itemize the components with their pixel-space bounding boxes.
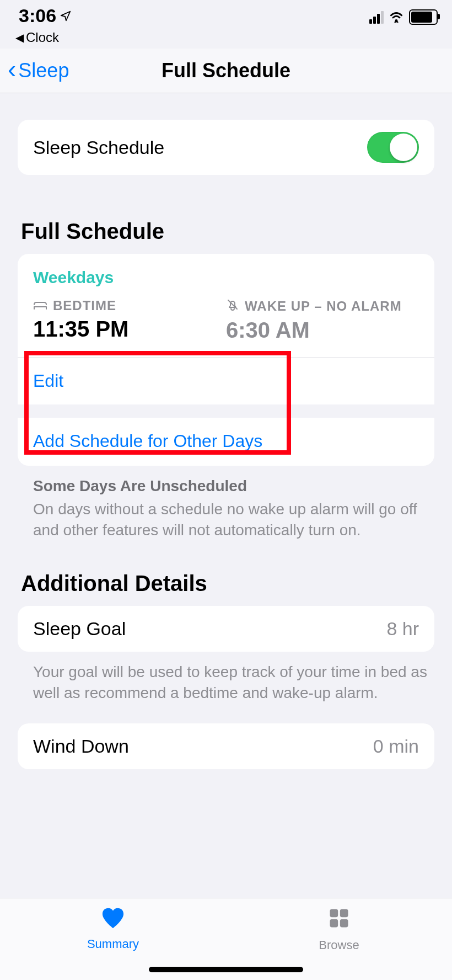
wakeup-value: 6:30 AM — [226, 318, 419, 343]
back-triangle-icon: ◀ — [15, 31, 24, 44]
status-time: 3:06 — [19, 5, 56, 26]
location-icon — [60, 5, 72, 26]
svg-rect-3 — [330, 919, 338, 928]
svg-rect-4 — [340, 919, 348, 928]
battery-icon — [409, 9, 438, 25]
back-button[interactable]: ‹ Sleep — [8, 59, 69, 82]
wind-down-row[interactable]: Wind Down 0 min — [18, 723, 434, 769]
bedtime-value: 11:35 PM — [33, 317, 226, 342]
cell-signal-icon — [369, 11, 384, 24]
sleep-goal-label: Sleep Goal — [33, 618, 126, 640]
wakeup-head: WAKE UP – NO ALARM — [245, 299, 402, 314]
add-schedule-label: Add Schedule for Other Days — [33, 431, 262, 451]
schedule-days-label: Weekdays — [33, 268, 419, 287]
bell-off-icon — [226, 298, 239, 315]
page-title: Full Schedule — [162, 59, 290, 82]
sleep-goal-value: 8 hr — [386, 618, 419, 640]
edit-label: Edit — [33, 371, 63, 391]
bedtime-head: BEDTIME — [53, 298, 116, 313]
sleep-goal-row[interactable]: Sleep Goal 8 hr — [18, 606, 434, 652]
add-schedule-button[interactable]: Add Schedule for Other Days — [33, 418, 419, 466]
section-additional-details: Additional Details — [21, 571, 434, 596]
bed-icon — [33, 298, 47, 313]
heart-icon — [100, 906, 126, 933]
status-bar: 3:06 — [0, 0, 452, 31]
home-indicator[interactable] — [149, 967, 303, 972]
sleep-schedule-label: Sleep Schedule — [33, 137, 164, 158]
breadcrumb-label: Clock — [26, 30, 59, 45]
schedule-card: Weekdays BEDTIME 11:35 PM WAKE UP – NO A… — [18, 254, 434, 466]
unscheduled-note-body: On days without a schedule no wake up al… — [33, 500, 417, 539]
tab-browse-label: Browse — [319, 938, 359, 952]
nav-bar: ‹ Sleep Full Schedule — [0, 49, 452, 93]
sleep-goal-note: Your goal will be used to keep track of … — [18, 652, 434, 704]
svg-point-0 — [395, 19, 398, 22]
edit-schedule-button[interactable]: Edit — [33, 358, 419, 404]
sleep-schedule-card: Sleep Schedule — [18, 120, 434, 175]
wind-down-value: 0 min — [373, 736, 419, 757]
wind-down-label: Wind Down — [33, 736, 129, 757]
tab-summary-label: Summary — [87, 937, 139, 951]
tab-bar: Summary Browse — [0, 898, 452, 980]
back-label: Sleep — [18, 59, 69, 82]
grid-icon — [327, 906, 351, 934]
section-full-schedule: Full Schedule — [21, 219, 434, 244]
sleep-schedule-toggle[interactable] — [367, 132, 419, 163]
unscheduled-note-title: Some Days Are Unscheduled — [33, 476, 431, 497]
unscheduled-note: Some Days Are Unscheduled On days withou… — [18, 466, 434, 540]
svg-rect-2 — [340, 909, 348, 918]
wifi-icon — [388, 9, 405, 25]
breadcrumb[interactable]: ◀ Clock — [0, 30, 452, 45]
svg-rect-1 — [330, 909, 338, 918]
